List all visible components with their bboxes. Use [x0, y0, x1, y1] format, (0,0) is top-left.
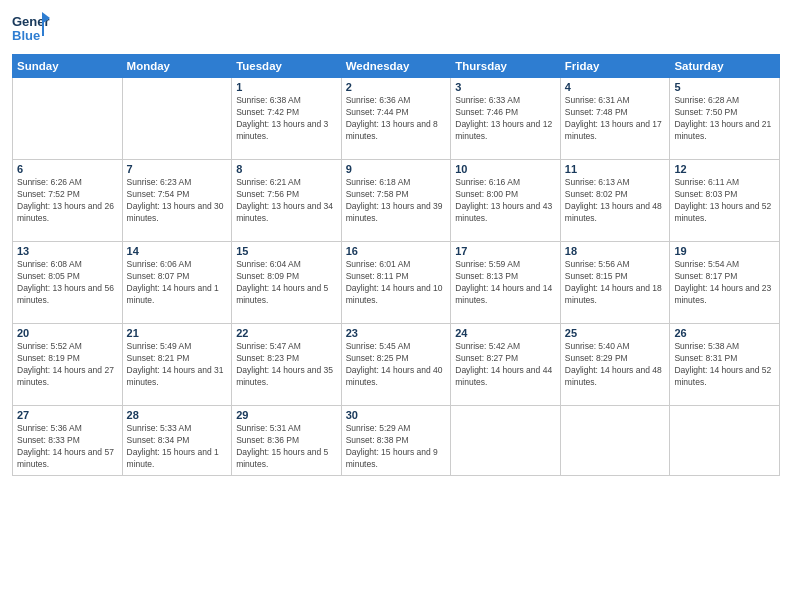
day-info: Sunrise: 6:33 AM Sunset: 7:46 PM Dayligh…	[455, 95, 556, 143]
calendar-cell: 8Sunrise: 6:21 AM Sunset: 7:56 PM Daylig…	[232, 160, 342, 242]
day-number: 11	[565, 163, 666, 175]
calendar-cell: 25Sunrise: 5:40 AM Sunset: 8:29 PM Dayli…	[560, 324, 670, 406]
day-number: 7	[127, 163, 228, 175]
calendar-cell	[451, 406, 561, 476]
calendar-cell: 13Sunrise: 6:08 AM Sunset: 8:05 PM Dayli…	[13, 242, 123, 324]
day-number: 26	[674, 327, 775, 339]
calendar-table: SundayMondayTuesdayWednesdayThursdayFrid…	[12, 54, 780, 476]
day-number: 1	[236, 81, 337, 93]
day-info: Sunrise: 6:31 AM Sunset: 7:48 PM Dayligh…	[565, 95, 666, 143]
day-info: Sunrise: 6:16 AM Sunset: 8:00 PM Dayligh…	[455, 177, 556, 225]
calendar-cell: 10Sunrise: 6:16 AM Sunset: 8:00 PM Dayli…	[451, 160, 561, 242]
calendar-header-row: SundayMondayTuesdayWednesdayThursdayFrid…	[13, 55, 780, 78]
calendar-cell: 5Sunrise: 6:28 AM Sunset: 7:50 PM Daylig…	[670, 78, 780, 160]
day-info: Sunrise: 5:33 AM Sunset: 8:34 PM Dayligh…	[127, 423, 228, 471]
day-info: Sunrise: 5:45 AM Sunset: 8:25 PM Dayligh…	[346, 341, 447, 389]
day-number: 6	[17, 163, 118, 175]
day-info: Sunrise: 6:38 AM Sunset: 7:42 PM Dayligh…	[236, 95, 337, 143]
day-number: 23	[346, 327, 447, 339]
day-number: 2	[346, 81, 447, 93]
day-info: Sunrise: 5:54 AM Sunset: 8:17 PM Dayligh…	[674, 259, 775, 307]
day-info: Sunrise: 6:28 AM Sunset: 7:50 PM Dayligh…	[674, 95, 775, 143]
day-number: 12	[674, 163, 775, 175]
calendar-cell: 11Sunrise: 6:13 AM Sunset: 8:02 PM Dayli…	[560, 160, 670, 242]
day-number: 22	[236, 327, 337, 339]
day-info: Sunrise: 6:26 AM Sunset: 7:52 PM Dayligh…	[17, 177, 118, 225]
calendar-cell: 18Sunrise: 5:56 AM Sunset: 8:15 PM Dayli…	[560, 242, 670, 324]
day-number: 4	[565, 81, 666, 93]
header: General Blue	[12, 10, 780, 48]
day-number: 30	[346, 409, 447, 421]
weekday-header: Thursday	[451, 55, 561, 78]
calendar-cell: 9Sunrise: 6:18 AM Sunset: 7:58 PM Daylig…	[341, 160, 451, 242]
calendar-cell: 22Sunrise: 5:47 AM Sunset: 8:23 PM Dayli…	[232, 324, 342, 406]
calendar-cell: 23Sunrise: 5:45 AM Sunset: 8:25 PM Dayli…	[341, 324, 451, 406]
calendar-cell: 15Sunrise: 6:04 AM Sunset: 8:09 PM Dayli…	[232, 242, 342, 324]
calendar-cell: 14Sunrise: 6:06 AM Sunset: 8:07 PM Dayli…	[122, 242, 232, 324]
day-number: 17	[455, 245, 556, 257]
svg-text:Blue: Blue	[12, 28, 40, 43]
day-number: 18	[565, 245, 666, 257]
calendar-cell: 29Sunrise: 5:31 AM Sunset: 8:36 PM Dayli…	[232, 406, 342, 476]
calendar-cell: 17Sunrise: 5:59 AM Sunset: 8:13 PM Dayli…	[451, 242, 561, 324]
calendar-week-row: 1Sunrise: 6:38 AM Sunset: 7:42 PM Daylig…	[13, 78, 780, 160]
calendar-cell: 19Sunrise: 5:54 AM Sunset: 8:17 PM Dayli…	[670, 242, 780, 324]
calendar-week-row: 20Sunrise: 5:52 AM Sunset: 8:19 PM Dayli…	[13, 324, 780, 406]
calendar-cell: 26Sunrise: 5:38 AM Sunset: 8:31 PM Dayli…	[670, 324, 780, 406]
calendar-cell	[122, 78, 232, 160]
weekday-header: Wednesday	[341, 55, 451, 78]
weekday-header: Sunday	[13, 55, 123, 78]
calendar-cell: 24Sunrise: 5:42 AM Sunset: 8:27 PM Dayli…	[451, 324, 561, 406]
day-number: 3	[455, 81, 556, 93]
calendar-cell: 4Sunrise: 6:31 AM Sunset: 7:48 PM Daylig…	[560, 78, 670, 160]
day-info: Sunrise: 6:11 AM Sunset: 8:03 PM Dayligh…	[674, 177, 775, 225]
day-number: 13	[17, 245, 118, 257]
calendar-cell	[13, 78, 123, 160]
page: General Blue SundayMondayTuesdayWednesda…	[0, 0, 792, 612]
calendar-cell: 27Sunrise: 5:36 AM Sunset: 8:33 PM Dayli…	[13, 406, 123, 476]
weekday-header: Tuesday	[232, 55, 342, 78]
day-number: 25	[565, 327, 666, 339]
day-info: Sunrise: 6:06 AM Sunset: 8:07 PM Dayligh…	[127, 259, 228, 307]
calendar-cell: 28Sunrise: 5:33 AM Sunset: 8:34 PM Dayli…	[122, 406, 232, 476]
weekday-header: Friday	[560, 55, 670, 78]
svg-rect-3	[42, 16, 44, 36]
day-info: Sunrise: 6:13 AM Sunset: 8:02 PM Dayligh…	[565, 177, 666, 225]
day-number: 20	[17, 327, 118, 339]
weekday-header: Saturday	[670, 55, 780, 78]
calendar-cell	[670, 406, 780, 476]
calendar-cell: 20Sunrise: 5:52 AM Sunset: 8:19 PM Dayli…	[13, 324, 123, 406]
calendar-cell: 30Sunrise: 5:29 AM Sunset: 8:38 PM Dayli…	[341, 406, 451, 476]
day-info: Sunrise: 6:21 AM Sunset: 7:56 PM Dayligh…	[236, 177, 337, 225]
weekday-header: Monday	[122, 55, 232, 78]
calendar-cell: 2Sunrise: 6:36 AM Sunset: 7:44 PM Daylig…	[341, 78, 451, 160]
day-info: Sunrise: 6:08 AM Sunset: 8:05 PM Dayligh…	[17, 259, 118, 307]
day-info: Sunrise: 5:36 AM Sunset: 8:33 PM Dayligh…	[17, 423, 118, 471]
day-number: 29	[236, 409, 337, 421]
day-info: Sunrise: 5:56 AM Sunset: 8:15 PM Dayligh…	[565, 259, 666, 307]
calendar-cell: 16Sunrise: 6:01 AM Sunset: 8:11 PM Dayli…	[341, 242, 451, 324]
calendar-week-row: 27Sunrise: 5:36 AM Sunset: 8:33 PM Dayli…	[13, 406, 780, 476]
calendar-week-row: 13Sunrise: 6:08 AM Sunset: 8:05 PM Dayli…	[13, 242, 780, 324]
day-info: Sunrise: 5:31 AM Sunset: 8:36 PM Dayligh…	[236, 423, 337, 471]
day-info: Sunrise: 6:04 AM Sunset: 8:09 PM Dayligh…	[236, 259, 337, 307]
day-number: 9	[346, 163, 447, 175]
calendar-cell: 3Sunrise: 6:33 AM Sunset: 7:46 PM Daylig…	[451, 78, 561, 160]
day-number: 19	[674, 245, 775, 257]
logo-icon: General Blue	[12, 10, 50, 48]
day-number: 21	[127, 327, 228, 339]
day-info: Sunrise: 5:49 AM Sunset: 8:21 PM Dayligh…	[127, 341, 228, 389]
calendar-cell: 1Sunrise: 6:38 AM Sunset: 7:42 PM Daylig…	[232, 78, 342, 160]
calendar-cell: 7Sunrise: 6:23 AM Sunset: 7:54 PM Daylig…	[122, 160, 232, 242]
calendar-cell	[560, 406, 670, 476]
calendar-week-row: 6Sunrise: 6:26 AM Sunset: 7:52 PM Daylig…	[13, 160, 780, 242]
day-info: Sunrise: 6:23 AM Sunset: 7:54 PM Dayligh…	[127, 177, 228, 225]
day-number: 15	[236, 245, 337, 257]
day-number: 10	[455, 163, 556, 175]
day-number: 28	[127, 409, 228, 421]
day-info: Sunrise: 5:29 AM Sunset: 8:38 PM Dayligh…	[346, 423, 447, 471]
calendar-cell: 21Sunrise: 5:49 AM Sunset: 8:21 PM Dayli…	[122, 324, 232, 406]
day-number: 24	[455, 327, 556, 339]
day-info: Sunrise: 6:18 AM Sunset: 7:58 PM Dayligh…	[346, 177, 447, 225]
day-info: Sunrise: 5:40 AM Sunset: 8:29 PM Dayligh…	[565, 341, 666, 389]
